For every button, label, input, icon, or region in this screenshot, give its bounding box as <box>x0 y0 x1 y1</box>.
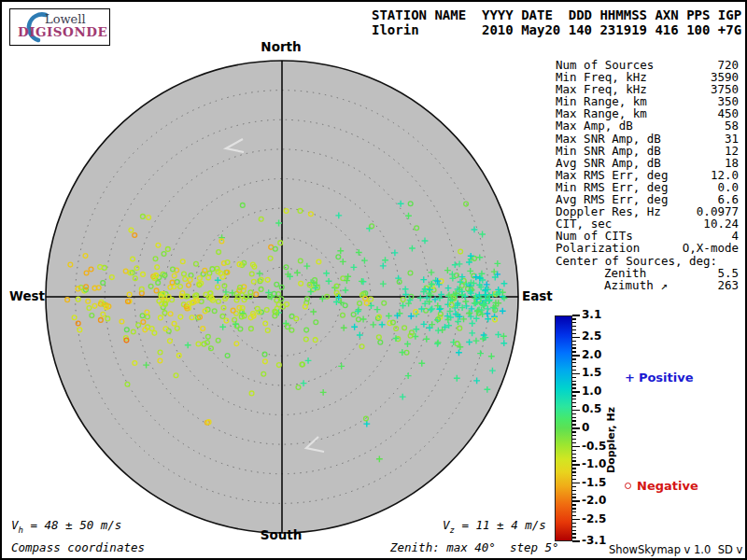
colorbar-tick <box>572 337 580 338</box>
colorbar-tick <box>572 435 576 436</box>
colorbar-tick <box>572 500 580 501</box>
stat-value: 18 <box>725 157 739 169</box>
doppler-axis-label: Doppler, Hz <box>605 407 617 473</box>
stat-label: Max SNR Amp, dB <box>556 133 661 145</box>
stat-row: Center of Sources, deg: <box>556 255 739 267</box>
coordinates-note: Compass coordinates <box>11 540 145 554</box>
colorbar-tick-label: 2.5 <box>582 329 601 343</box>
colorbar-tick <box>572 424 576 425</box>
stat-label: Center of Sources, deg: <box>556 255 717 267</box>
colorbar-tick <box>572 377 576 378</box>
colorbar-tick <box>572 341 576 342</box>
colorbar-tick <box>572 351 576 352</box>
stats-panel: Num of Sources720Min Freq, kHz3590Max Fr… <box>556 59 739 291</box>
legend-positive-label: Positive <box>639 371 694 385</box>
colorbar-tick-label: 1.5 <box>582 366 601 380</box>
colorbar-tick <box>572 406 576 407</box>
legend-negative-label: Negative <box>637 479 698 493</box>
colorbar-tick <box>572 486 576 487</box>
stat-value: 263 <box>717 279 739 291</box>
colorbar-tick-label: 0.5 <box>582 402 601 416</box>
colorbar-tick <box>572 366 576 367</box>
colorbar-tick <box>572 358 576 359</box>
colorbar-tick <box>572 384 576 385</box>
stat-row: Max Amp, dB58 <box>556 119 739 132</box>
colorbar-tick-label: 2.0 <box>582 348 601 362</box>
colorbar-tick-label: 1.0 <box>582 385 601 399</box>
stat-value: 31 <box>725 133 739 145</box>
stat-value: 5.5 <box>717 267 739 279</box>
colorbar-tick <box>572 457 576 458</box>
colorbar-tick <box>572 540 580 541</box>
stat-value: 12 <box>725 145 739 157</box>
colorbar-tick <box>572 427 580 428</box>
colorbar-tick-label: -2.0 <box>582 494 606 508</box>
stat-label: Min SNR Amp, dB <box>556 145 661 157</box>
compass-label-east: East <box>522 288 553 303</box>
colorbar-tick <box>572 410 580 411</box>
zenith-scale-note: Zenith: max 40° step 5° <box>390 540 559 554</box>
colorbar-tick <box>572 417 576 418</box>
colorbar-tick <box>572 454 576 455</box>
legend-negative: Negative <box>625 479 698 493</box>
colorbar-tick <box>572 322 576 323</box>
stat-row: Max SNR Amp, dB31 <box>556 133 739 145</box>
colorbar-tick <box>572 468 576 469</box>
colorbar-tick <box>572 347 576 348</box>
colorbar-tick-label: -3.1 <box>582 534 606 548</box>
colorbar-tick <box>572 326 576 327</box>
colorbar-tick <box>572 497 576 497</box>
stat-label: Max RMS Err, deg <box>556 169 668 181</box>
colorbar-tick-label: 3.1 <box>582 308 601 322</box>
colorbar-tick <box>572 344 576 345</box>
colorbar-tick <box>572 511 576 512</box>
colorbar-tick-label: -2.5 <box>582 512 606 526</box>
stat-row: Azimuth ↗263 <box>556 279 739 291</box>
colorbar-tick <box>572 413 576 414</box>
negative-marker-icon <box>625 483 631 489</box>
colorbar-tick <box>572 450 576 451</box>
compass-label-south: South <box>261 527 303 542</box>
colorbar-tick <box>572 464 580 465</box>
stat-value: O,X-mode <box>683 242 739 254</box>
colorbar-tick <box>572 446 580 447</box>
colorbar-tick <box>572 370 576 371</box>
colorbar-tick <box>572 494 576 495</box>
compass-label-north: North <box>261 39 301 54</box>
horizontal-velocity-readout: Vh = 48 ± 50 m/s <box>11 518 121 535</box>
colorbar-tick-label: -1.5 <box>582 476 606 490</box>
colorbar-tick <box>572 431 576 432</box>
stat-label: Azimuth ↗ <box>604 279 668 291</box>
colorbar-tick <box>572 381 576 382</box>
stat-label: Avg SNR Amp, dB <box>556 157 661 169</box>
app-window: Lowell DIGISONDE STATION NAME YYYY DATE … <box>0 0 747 560</box>
colorbar-tick <box>572 515 576 516</box>
legend-positive: +Positive <box>625 371 694 385</box>
stat-row: Min SNR Amp, dB12 <box>556 145 739 157</box>
colorbar-tick <box>572 533 576 534</box>
colorbar-tick-label: -0.5 <box>582 440 606 454</box>
colorbar-tick <box>572 526 576 527</box>
colorbar-tick-label: 0 <box>582 421 589 435</box>
stat-label: Zenith <box>604 267 646 279</box>
colorbar-tick <box>572 315 580 315</box>
colorbar-tick <box>572 391 580 392</box>
colorbar-tick-label: -1.0 <box>582 457 606 471</box>
colorbar-tick <box>572 318 576 319</box>
colorbar-tick <box>572 387 576 388</box>
colorbar-tick <box>572 439 576 440</box>
compass-label-west: West <box>9 288 43 303</box>
version-label: ShowSkymap v 1.0 SD v 5.0 <box>609 543 747 556</box>
colorbar-tick <box>572 333 576 334</box>
colorbar-tick <box>572 530 576 531</box>
colorbar-tick <box>572 471 576 472</box>
colorbar-tick <box>572 479 576 480</box>
colorbar-tick <box>572 420 576 421</box>
colorbar-tick <box>572 504 576 505</box>
colorbar-tick <box>572 402 576 403</box>
colorbar-tick <box>572 329 576 330</box>
colorbar-gradient <box>555 315 572 541</box>
stat-row: Avg SNR Amp, dB18 <box>556 157 739 169</box>
positive-marker-icon: + <box>625 371 635 385</box>
stat-row: Max RMS Err, deg12.0 <box>556 169 739 181</box>
